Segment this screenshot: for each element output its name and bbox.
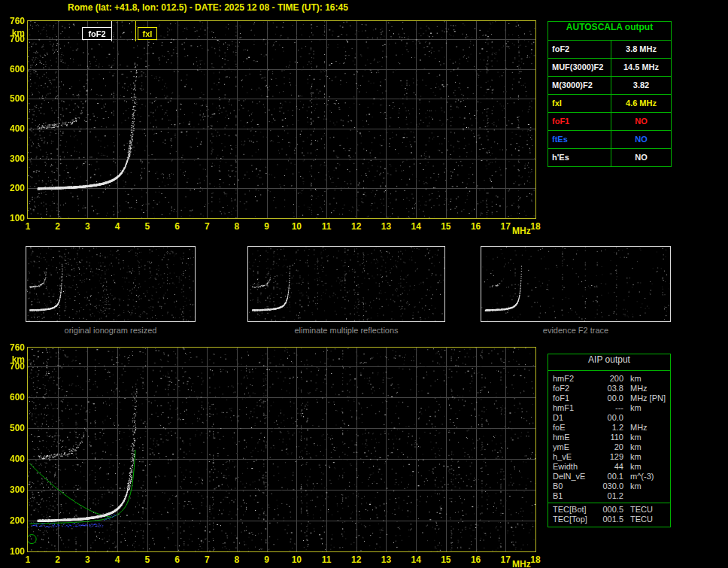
aip-param-label: hmF2 <box>548 374 596 384</box>
y-tick-top: 400 <box>0 123 25 134</box>
x-tick-top: 7 <box>196 221 217 232</box>
autoscala-value: NO <box>611 113 671 130</box>
x-tick-bottom: 15 <box>435 554 457 565</box>
fof2-marker-label: foF2 <box>82 27 112 40</box>
autoscala-param: M(3000)F2 <box>548 77 611 94</box>
aip-unit <box>623 491 630 501</box>
aip-unit: MHz <box>623 423 648 433</box>
autoscala-value: 4.6 MHz <box>611 95 671 112</box>
x-tick-top: 2 <box>47 221 68 232</box>
x-tick-top: 10 <box>286 221 307 232</box>
aip-unit: km <box>623 481 642 491</box>
aip-param-label: Ewidth <box>548 462 596 472</box>
aip-param-label: foF2 <box>548 384 596 393</box>
y-tick-bottom: 200 <box>0 515 25 526</box>
aip-unit: m^(-3) <box>623 472 654 481</box>
x-axis-unit-bottom: MHz <box>511 559 532 568</box>
aip-value: 00.1 <box>596 472 623 481</box>
y-tick-top: 300 <box>0 153 25 164</box>
x-tick-top: 14 <box>405 221 426 232</box>
aip-row: B0030.0km <box>548 481 670 491</box>
x-axis-unit-top: MHz <box>511 226 532 236</box>
autoscala-value: 14.5 MHz <box>611 59 671 76</box>
aip-param-label: foF1 <box>548 393 596 403</box>
y-tick-top: 200 <box>0 183 25 193</box>
aip-unit: km <box>623 462 642 472</box>
aip-value: 01.2 <box>596 491 623 501</box>
aip-row: foF203.8MHz <box>548 384 670 393</box>
x-tick-bottom: 1 <box>17 554 38 565</box>
x-tick-bottom: 6 <box>167 554 188 565</box>
aip-value: --- <box>596 403 623 413</box>
x-tick-bottom: 8 <box>226 554 247 565</box>
aip-note: [PN] <box>650 393 670 403</box>
autoscala-param: ftEs <box>548 131 611 148</box>
panel-evidence-f2 <box>481 246 671 322</box>
x-tick-top: 5 <box>137 221 158 232</box>
y-tick-bottom: 300 <box>0 484 25 495</box>
x-tick-bottom: 10 <box>286 554 307 565</box>
aip-row: TEC[Bot]000.5TECU <box>548 505 670 515</box>
aip-param-label: TEC[Top] <box>548 515 596 524</box>
autoscala-table-title: AUTOSCALA output <box>548 22 671 41</box>
aip-table-body: hmF2200kmfoF203.8MHzfoF100.0MHz[PN]hmF1-… <box>548 371 670 501</box>
aip-unit: TECU <box>623 505 653 515</box>
fxi-marker-label: fxI <box>138 27 157 40</box>
y-tick-top: 760 <box>0 16 25 26</box>
aip-row: TEC[Top]001.5TECU <box>548 515 670 524</box>
fxi-marker-line <box>135 21 136 41</box>
aip-value: 00.0 <box>596 413 623 423</box>
autoscala-row: h'EsNO <box>548 149 671 166</box>
y-tick-bottom: 600 <box>0 392 25 402</box>
autoscala-row: foF1NO <box>548 113 671 131</box>
aip-param-label: DelN_vE <box>548 472 596 481</box>
aip-row: ymE20km <box>548 442 670 452</box>
x-tick-top: 4 <box>107 221 128 232</box>
aip-table-title: AIP output <box>548 354 670 371</box>
panel-eliminate-canvas <box>248 247 444 321</box>
aip-tec-divider <box>548 503 670 503</box>
x-tick-bottom: 9 <box>256 554 278 565</box>
autoscala-row: M(3000)F23.82 <box>548 77 671 95</box>
aip-row: foE1.2MHz <box>548 423 670 433</box>
aip-value: 44 <box>596 462 623 472</box>
aip-row: h_vE129km <box>548 452 670 462</box>
autoscala-value: NO <box>611 149 671 166</box>
caption-eliminate-reflections: eliminate multiple reflections <box>247 326 445 335</box>
aip-value: 03.8 <box>596 384 623 393</box>
x-tick-bottom: 11 <box>316 554 337 565</box>
x-tick-bottom: 3 <box>77 554 98 565</box>
aip-unit: km <box>623 452 642 462</box>
x-tick-top: 15 <box>435 221 457 232</box>
autoscala-row: foF23.8 MHz <box>548 41 671 59</box>
autoscala-table-body: foF23.8 MHzMUF(3000)F214.5 MHzM(3000)F23… <box>548 41 671 166</box>
autoscala-param: h'Es <box>548 149 611 166</box>
aip-param-label: hmE <box>548 433 596 442</box>
x-tick-bottom: 16 <box>466 554 487 565</box>
panel-original-ionogram <box>26 246 196 322</box>
x-tick-bottom: 12 <box>346 554 367 565</box>
y-tick-top: 500 <box>0 93 25 104</box>
x-tick-top: 16 <box>466 221 487 232</box>
y-axis-unit-top: km <box>0 28 25 38</box>
y-tick-bottom: 760 <box>0 342 25 353</box>
autoscala-param: MUF(3000)F2 <box>548 59 611 76</box>
y-tick-top: 600 <box>0 64 25 74</box>
x-tick-bottom: 2 <box>47 554 68 565</box>
aip-unit <box>623 413 630 423</box>
x-tick-bottom: 14 <box>405 554 426 565</box>
autoscala-value: NO <box>611 131 671 148</box>
autoscala-value: 3.8 MHz <box>611 41 671 58</box>
autoscala-value: 3.82 <box>611 77 671 94</box>
bottom-ionogram-canvas <box>28 348 535 551</box>
x-tick-bottom: 13 <box>375 554 396 565</box>
aip-row: Ewidth44km <box>548 462 670 472</box>
aip-row: B101.2 <box>548 491 670 501</box>
aip-param-label: hmF1 <box>548 403 596 413</box>
y-tick-bottom: 400 <box>0 454 25 464</box>
aip-row: D100.0 <box>548 413 670 423</box>
aip-value: 00.0 <box>596 393 623 403</box>
x-tick-top: 3 <box>77 221 98 232</box>
autoscala-table: AUTOSCALA output foF23.8 MHzMUF(3000)F21… <box>548 21 672 167</box>
aip-row: hmF2200km <box>548 374 670 384</box>
